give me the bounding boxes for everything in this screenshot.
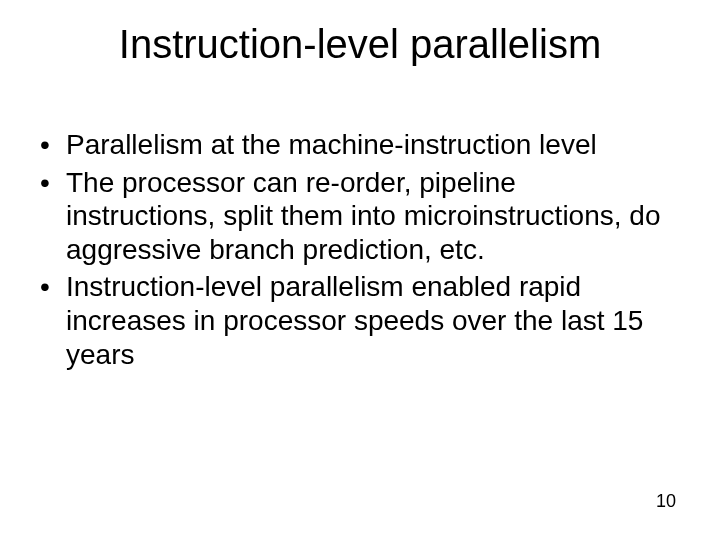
bullet-list: Parallelism at the machine-instruction l…	[38, 128, 670, 371]
slide-body: Parallelism at the machine-instruction l…	[38, 128, 670, 375]
bullet-item: The processor can re-order, pipeline ins…	[38, 166, 670, 267]
slide-title: Instruction-level parallelism	[0, 22, 720, 67]
bullet-item: Parallelism at the machine-instruction l…	[38, 128, 670, 162]
bullet-item: Instruction-level parallelism enabled ra…	[38, 270, 670, 371]
page-number: 10	[656, 491, 676, 512]
slide: Instruction-level parallelism Parallelis…	[0, 0, 720, 540]
